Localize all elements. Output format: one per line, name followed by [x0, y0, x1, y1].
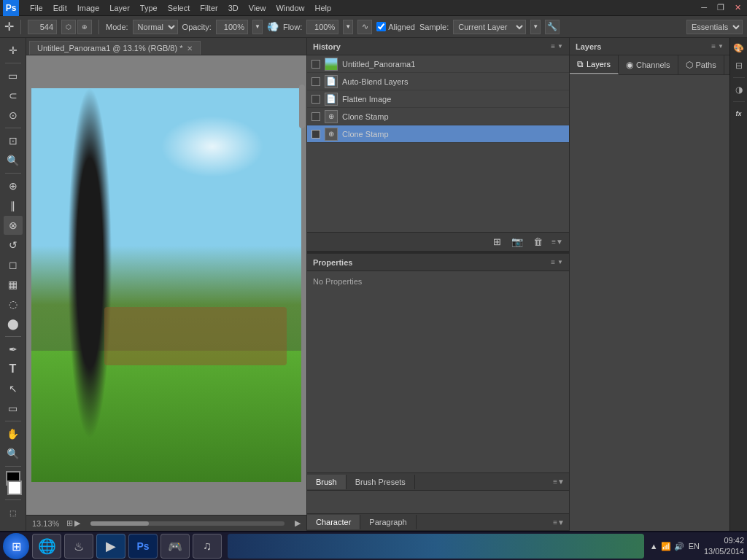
history-delete-btn[interactable]: 🗑	[530, 235, 546, 249]
flow-input[interactable]	[306, 20, 338, 34]
blur-tool[interactable]: ◌	[4, 295, 23, 314]
tab-paragraph[interactable]: Paragraph	[360, 515, 416, 529]
strip-adjustments-icon[interactable]: ◑	[732, 82, 746, 97]
workspace-select[interactable]: Essentials	[686, 20, 743, 34]
marquee-tool[interactable]: ▭	[4, 66, 23, 85]
menu-edit[interactable]: Edit	[48, 2, 72, 14]
gradient-tool[interactable]: ▦	[4, 275, 23, 294]
aligned-checkbox[interactable]	[376, 22, 386, 31]
layers-tab-paths[interactable]: ⬡ Paths	[678, 55, 724, 74]
taskbar-app-chrome[interactable]: 🌐	[32, 534, 61, 559]
layers-tab-layers[interactable]: ⧉ Layers	[570, 55, 619, 74]
strip-swatches-icon[interactable]: ⊟	[732, 58, 746, 73]
close-button[interactable]: ✕	[732, 3, 744, 12]
pen-tool[interactable]: ✒	[4, 340, 23, 359]
history-item-3[interactable]: ⊕ Clone Stamp	[307, 108, 569, 125]
brush-size-input[interactable]	[28, 20, 57, 34]
tab-character[interactable]: Character	[307, 515, 360, 529]
path-select-tool[interactable]: ↖	[4, 379, 23, 398]
taskbar-app-origin[interactable]: 🎮	[160, 534, 190, 559]
brush-shape-btn[interactable]: ⬡	[61, 20, 76, 34]
shape-tool[interactable]: ▭	[4, 399, 23, 418]
menu-filter[interactable]: Filter	[195, 2, 222, 14]
channels-tab-label: Channels	[636, 61, 670, 69]
mode-select[interactable]: Normal	[133, 20, 178, 34]
canvas-viewport[interactable]	[26, 55, 306, 515]
history-brush-tool[interactable]: ↺	[4, 236, 23, 254]
history-item-4[interactable]: ⊕ Clone Stamp	[307, 125, 569, 143]
taskbar-app-photoshop[interactable]: Ps	[128, 534, 158, 559]
history-panel-menu-btn[interactable]: ≡▼	[550, 236, 565, 247]
taskbar-start-button[interactable]: ⊞	[3, 533, 29, 559]
zoom-tool[interactable]: 🔍	[4, 444, 23, 463]
taskbar-app-itunes[interactable]: ♫	[193, 534, 222, 559]
history-checkbox-3[interactable]	[311, 112, 320, 121]
strip-fx-icon[interactable]: fx	[732, 106, 746, 121]
spot-heal-tool[interactable]: ⊕	[4, 176, 23, 195]
eraser-tool[interactable]: ◻	[4, 255, 23, 274]
menu-help[interactable]: Help	[310, 2, 337, 14]
history-checkbox-1[interactable]	[311, 77, 320, 86]
taskbar-app-wmp[interactable]: ▶	[96, 534, 125, 559]
opacity-input[interactable]	[216, 20, 248, 34]
hand-tool[interactable]: ✋	[4, 424, 23, 443]
history-item-2[interactable]: 📄 Flatten Image	[307, 90, 569, 108]
history-panel-header[interactable]: History ≡ ▼	[307, 38, 569, 55]
history-label-1: Auto-Blend Layers	[342, 77, 409, 86]
layers-panel-header[interactable]: Layers ≡ ▼	[570, 38, 729, 55]
properties-panel-header[interactable]: Properties ≡ ▼	[307, 254, 569, 271]
canvas-tab-panorama[interactable]: Untitled_Panorama1 @ 13.1% (RGB/8) * ✕	[29, 41, 201, 55]
character-panel-menu[interactable]: ≡▼	[553, 518, 569, 526]
quick-select-tool[interactable]: ⊙	[4, 106, 23, 125]
brush-tool[interactable]: ∥	[4, 196, 23, 215]
tab-brush[interactable]: Brush	[307, 475, 347, 489]
crop-tool[interactable]: ⊡	[4, 131, 23, 150]
menu-file[interactable]: File	[25, 2, 48, 14]
history-checkbox-2[interactable]	[311, 95, 320, 104]
history-item-1[interactable]: 📄 Auto-Blend Layers	[307, 73, 569, 90]
airbrush-icon[interactable]: ∿	[357, 20, 372, 34]
minimize-button[interactable]: ─	[698, 3, 710, 12]
properties-panel: Properties ≡ ▼ No Properties	[307, 254, 569, 472]
history-create-new-btn[interactable]: 📷	[508, 235, 526, 249]
layers-tab-channels[interactable]: ◉ Channels	[619, 55, 678, 74]
flow-btn[interactable]: ▼	[343, 20, 353, 34]
opacity-btn[interactable]: ▼	[252, 20, 263, 34]
type-tool[interactable]: T	[4, 359, 23, 378]
brush-panel-menu[interactable]: ≡▼	[553, 478, 569, 486]
taskbar-app-steam[interactable]: ♨	[64, 534, 93, 559]
history-item-0[interactable]: Untitled_Panorama1	[307, 55, 569, 73]
close-tab-icon[interactable]: ✕	[187, 44, 193, 52]
eyedropper-tool[interactable]: 🔍	[4, 151, 23, 170]
properties-panel-menu[interactable]: ≡ ▼	[551, 258, 563, 266]
clone-stamp-tool[interactable]: ⊗	[4, 216, 23, 235]
sample-select[interactable]: Current Layer	[453, 20, 526, 34]
system-tray: ▲ 📶 🔊	[650, 542, 684, 551]
dodge-tool[interactable]: ⬤	[4, 314, 23, 333]
menu-view[interactable]: View	[244, 2, 271, 14]
background-color[interactable]	[7, 481, 22, 495]
menu-type[interactable]: Type	[135, 2, 163, 14]
lasso-tool[interactable]: ⊂	[4, 86, 23, 105]
tab-brush-presets[interactable]: Brush Presets	[347, 475, 415, 489]
restore-button[interactable]: ❐	[714, 3, 727, 12]
menu-select[interactable]: Select	[163, 2, 196, 14]
history-checkbox-0[interactable]	[311, 60, 320, 69]
sample-btn[interactable]: ▼	[530, 20, 541, 34]
history-panel-menu[interactable]: ≡ ▼	[551, 42, 563, 50]
move-tool[interactable]: ✛	[4, 41, 23, 60]
canvas-scrollbar-thumb-v[interactable]	[299, 85, 305, 128]
menu-3d[interactable]: 3D	[223, 2, 244, 14]
tray-arrow[interactable]: ▲	[650, 542, 658, 551]
ignore-adj-btn[interactable]: 🔧	[545, 20, 560, 34]
history-checkbox-4[interactable]	[311, 130, 320, 139]
brush-option-btn[interactable]: ⊕	[77, 20, 92, 34]
quick-mask-tool[interactable]: ⬚	[4, 503, 23, 522]
menu-image[interactable]: Image	[72, 2, 105, 14]
menu-layer[interactable]: Layer	[104, 2, 135, 14]
history-new-snapshot-btn[interactable]: ⊞	[490, 235, 504, 249]
scroll-right-arrow[interactable]: ▶	[295, 518, 301, 528]
strip-color-icon[interactable]: 🎨	[732, 41, 746, 55]
layers-panel-menu[interactable]: ≡ ▼	[711, 42, 724, 50]
menu-window[interactable]: Window	[271, 2, 309, 14]
